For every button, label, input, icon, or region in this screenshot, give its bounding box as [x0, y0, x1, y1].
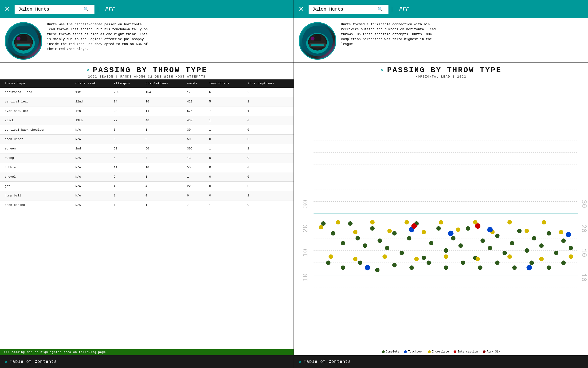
svg-point-76 [427, 261, 431, 265]
svg-text:20: 20 [302, 224, 310, 233]
svg-rect-5 [17, 44, 30, 46]
col-interceptions: interceptions [246, 79, 294, 88]
svg-point-40 [356, 236, 360, 240]
svg-point-99 [559, 230, 563, 234]
legend-touchdown: Touchdown [404, 350, 423, 353]
table-cell: 0 [246, 135, 294, 144]
right-section-title-block: ✕ PASSING BY THROW TYPE HORIZONTAL LEAD … [294, 63, 588, 79]
svg-point-111 [487, 227, 493, 232]
table-cell: N/A [74, 191, 112, 201]
svg-point-53 [451, 236, 455, 240]
legend-complete: Complete [382, 350, 400, 353]
legend-interception-dot [454, 350, 456, 353]
left-section-title-block: ✕ PASSING BY THROW TYPE 2022 SEASON | RA… [0, 63, 294, 79]
right-player-bio: Hurts formed a formidable connection wit… [341, 22, 444, 47]
svg-point-114 [365, 265, 370, 270]
svg-point-103 [414, 257, 419, 261]
svg-point-52 [444, 248, 448, 253]
table-cell: 4 [144, 153, 185, 163]
svg-point-77 [444, 265, 448, 270]
left-title-x: ✕ [86, 67, 91, 74]
svg-point-85 [319, 225, 323, 229]
table-cell: vertical back shoulder [0, 125, 74, 135]
table-cell: 30 [185, 125, 207, 135]
left-toc-label: Table of Contents [10, 359, 57, 364]
svg-point-57 [480, 239, 485, 243]
table-cell: 0 [207, 191, 246, 201]
svg-point-80 [495, 261, 500, 265]
legend-complete-dot [382, 350, 385, 353]
table-row: open underN/A555000 [0, 135, 294, 144]
svg-text:10: 10 [302, 273, 310, 282]
svg-point-79 [478, 265, 482, 270]
table-cell: 2nd [74, 144, 112, 153]
svg-point-42 [370, 226, 375, 231]
svg-point-60 [503, 251, 507, 255]
table-cell: 4 [112, 153, 144, 163]
left-search-icon[interactable]: 🔍 [84, 7, 89, 12]
svg-point-105 [475, 257, 480, 261]
table-cell: over shoulder [0, 106, 74, 116]
table-cell: 305 [185, 144, 207, 153]
right-search-bar[interactable]: Jalen Hurts 🔍 [309, 5, 388, 14]
left-search-bar[interactable]: Jalen Hurts 🔍 [15, 5, 94, 14]
right-close-button[interactable]: ✕ [299, 5, 304, 13]
table-cell: screen [0, 144, 74, 153]
svg-text:10: 10 [302, 249, 310, 257]
svg-point-55 [466, 226, 470, 231]
svg-point-72 [358, 261, 362, 265]
right-toc-link[interactable]: ✕ Table of Contents [299, 359, 351, 365]
table-cell: 5 [207, 97, 246, 106]
svg-point-86 [336, 220, 340, 225]
svg-point-50 [429, 241, 433, 245]
right-toc-label: Table of Contents [304, 359, 351, 364]
table-cell: 429 [185, 97, 207, 106]
col-yards: yards [185, 79, 207, 88]
table-cell: 1 [207, 201, 246, 210]
svg-point-41 [363, 243, 367, 248]
table-cell: N/A [74, 201, 112, 210]
svg-point-51 [436, 226, 441, 231]
svg-point-67 [554, 251, 558, 255]
svg-point-54 [459, 243, 463, 248]
svg-point-78 [461, 261, 465, 265]
svg-point-90 [404, 220, 409, 225]
svg-point-112 [566, 232, 571, 237]
svg-point-73 [375, 268, 379, 272]
table-cell: 7 [207, 106, 246, 116]
right-search-icon[interactable]: 🔍 [378, 7, 383, 12]
left-player-avatar [5, 22, 42, 60]
svg-point-44 [385, 246, 389, 250]
right-title-x: ✕ [380, 67, 385, 74]
right-section-title: ✕ PASSING BY THROW TYPE [294, 66, 588, 74]
svg-point-102 [382, 255, 387, 259]
svg-point-59 [495, 234, 500, 238]
svg-point-58 [488, 246, 492, 250]
table-cell: 1 [144, 201, 185, 210]
left-footer: ✕ Table of Contents [0, 355, 294, 368]
table-cell: 16 [144, 97, 185, 106]
left-toc-link[interactable]: ✕ Table of Contents [5, 359, 57, 365]
svg-point-107 [539, 257, 544, 261]
table-cell: N/A [74, 153, 112, 163]
svg-point-68 [561, 239, 566, 243]
left-close-button[interactable]: ✕ [5, 5, 10, 13]
right-player-avatar [299, 22, 336, 60]
legend-interception: Interception [454, 350, 478, 353]
svg-point-101 [353, 257, 358, 261]
svg-point-81 [512, 265, 517, 270]
table-cell: 5 [144, 135, 185, 144]
svg-point-66 [547, 231, 551, 236]
left-section-title: ✕ PASSING BY THROW TYPE [0, 66, 294, 74]
legend-incomplete: Incomplete [428, 350, 449, 353]
svg-point-115 [411, 223, 417, 229]
table-row: bubbleN/A11105500 [0, 163, 294, 172]
table-cell: 1st [74, 88, 112, 97]
table-cell: N/A [74, 172, 112, 182]
svg-point-39 [348, 221, 352, 226]
svg-point-61 [510, 241, 514, 245]
svg-point-69 [569, 246, 573, 250]
col-grade-rank: grade rank [74, 79, 112, 88]
svg-point-45 [392, 231, 397, 236]
table-row: shovelN/A21100 [0, 172, 294, 182]
